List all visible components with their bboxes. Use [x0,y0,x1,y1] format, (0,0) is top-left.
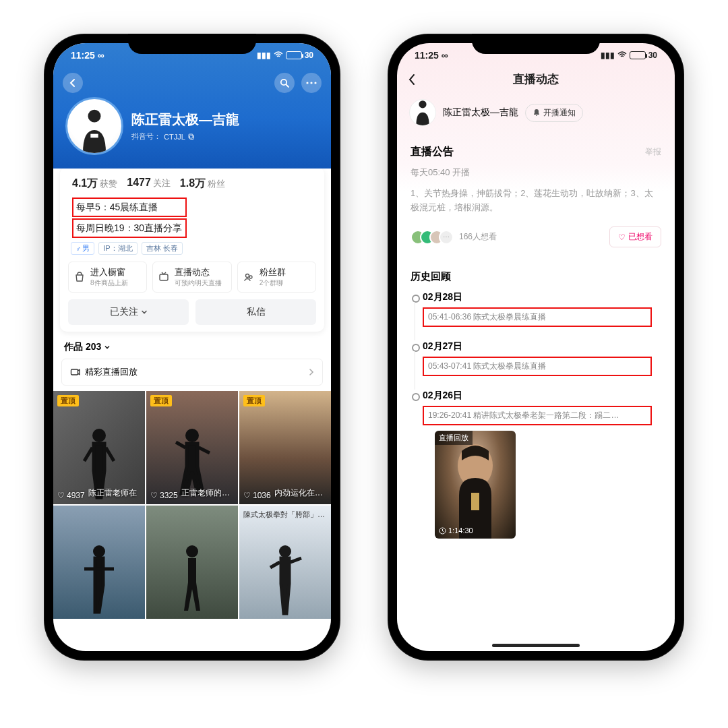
video-grid: 置顶 ♡4937 陈正雷老师在 置顶 ♡3325 正雷老师的综合 置顶 ♡103… [53,391,331,619]
dm-label: 私信 [247,306,266,318]
svg-point-10 [249,276,252,278]
video-caption: 陳式太极拳對「胯部」的要求 [239,510,331,522]
avatar[interactable] [65,97,123,155]
group-icon [242,270,255,284]
id-value: CTJJL [164,133,185,141]
tv-icon [157,270,171,284]
video-3[interactable]: 置顶 ♡1036 内劲运化在胸腰，折叠在脊 [239,391,331,504]
svg-rect-19 [471,493,479,510]
svg-point-15 [186,545,198,557]
live-title: 直播动态 [175,266,222,278]
replay-bar[interactable]: 精彩直播回放 [61,359,323,386]
live-status[interactable]: 直播动态可预约明天直播 [152,262,231,293]
video-5[interactable] [146,506,238,619]
entry-date: 02月26日 [423,390,661,402]
group-title: 粉丝群 [260,266,286,278]
stats-row[interactable]: 4.1万获赞 1477关注 1.8万粉丝 [68,175,316,192]
avatar[interactable] [409,99,436,126]
svg-point-4 [88,110,101,123]
search-button[interactable] [274,73,295,93]
replay-thumb[interactable]: 直播回放 1:14:30 [435,431,516,539]
screen-right: 11:25 ∞ ▮▮▮ 30 直播动态 陈正雷太极—吉龍 开播通知 [397,43,675,651]
nav-bar: 直播动态 [397,67,675,91]
history-entry[interactable]: 02月28日 05:41-06:36 陈式太极拳晨练直播 [411,291,661,327]
entry-date: 02月28日 [423,291,661,303]
video-6[interactable]: 陳式太极拳對「胯部」的要求 [239,506,331,619]
video-1[interactable]: 置顶 ♡4937 陈正雷老师在 [53,391,145,504]
chevron-right-icon [309,368,314,376]
more-button[interactable] [301,73,322,93]
live-sub: 可预约明天直播 [175,278,222,288]
profile-header: 11:25 ∞ ▮▮▮ 30 [53,43,331,169]
video-2[interactable]: 置顶 ♡3325 正雷老师的综合 [146,391,238,504]
svg-rect-8 [160,274,168,280]
notify-button[interactable]: 开播通知 [525,104,583,122]
seen-label: 已想看 [628,231,653,243]
seen-button[interactable]: ♡ 已想看 [609,226,661,247]
battery-icon [630,51,646,59]
video-caption: 正雷老师的综合 [177,487,238,502]
status-time: 11:25 [415,50,439,61]
viewer-avatars: ⋯ [411,230,454,245]
notice-body: 1、关节热身操，抻筋拔骨；2、莲花生动功，吐故纳新；3、太极混元桩，培根润源。 [411,187,661,215]
screen-left: 11:25 ∞ ▮▮▮ 30 [53,43,331,651]
profile-card: 4.1万获赞 1477关注 1.8万粉丝 每早5：45晨练直播 每周日晚19：3… [60,167,324,332]
dm-button[interactable]: 私信 [195,299,316,325]
bio: 每早5：45晨练直播 每周日晚19：30直播分享 [72,198,312,238]
svg-point-13 [185,429,199,442]
infinity-icon: ∞ [442,50,448,61]
video-4[interactable] [53,506,145,619]
action-row: 进入橱窗8件商品上新 直播动态可预约明天直播 粉丝群2个群聊 [68,262,316,293]
group-sub: 2个群聊 [260,278,286,288]
svg-point-3 [314,82,316,84]
back-button[interactable] [408,73,416,86]
author-row: 陈正雷太极—吉龍 开播通知 [409,99,663,126]
ip-tag: IP：湖北 [98,242,137,255]
notify-label: 开播通知 [543,107,576,119]
report-link[interactable]: 举报 [645,146,661,158]
copy-icon[interactable] [188,133,195,140]
svg-point-1 [306,82,308,84]
signal-icon: ▮▮▮ [601,51,615,60]
profile-name: 陈正雷太极—吉龍 [131,111,239,129]
author-name: 陈正雷太极—吉龍 [443,107,518,119]
phone-left: 11:25 ∞ ▮▮▮ 30 [44,34,340,661]
svg-point-16 [279,545,291,557]
fans-count: 1.8万 [180,177,206,189]
fan-group[interactable]: 粉丝群2个群聊 [237,262,316,293]
shop-title: 进入橱窗 [90,266,128,278]
notch [472,34,600,54]
pin-badge: 置顶 [57,395,79,406]
svg-point-2 [310,82,312,84]
svg-point-9 [245,274,249,278]
likes-label: 获赞 [100,179,117,189]
pin-badge: 置顶 [243,395,265,406]
bio-line-1: 每早5：45晨练直播 [72,198,187,217]
bell-icon [533,109,541,117]
entry-line: 05:41-06:36 陈式太极拳晨练直播 [423,307,652,327]
heart-icon: ♡ [618,233,626,242]
wifi-icon [617,51,627,59]
history-entry[interactable]: 02月26日 19:26-20:41 精讲陈式太极拳老架一路第二段：踢二… 直播… [411,390,661,539]
home-indicator[interactable] [148,644,236,647]
caret-down-icon [141,309,148,315]
infinity-icon: ∞ [98,50,104,61]
wifi-icon [274,51,283,59]
fans-label: 粉丝 [208,179,225,189]
followed-button[interactable]: 已关注 [68,299,189,325]
works-tab[interactable]: 作品 203 [64,341,320,353]
notch [128,34,256,54]
video-caption: 内劲运化在胸腰，折叠在脊 [270,487,331,502]
following-label: 关注 [153,178,171,188]
replay-label: 精彩直播回放 [85,366,138,378]
history-entry[interactable]: 02月27日 05:43-07:41 陈式太极拳晨练直播 [411,340,661,376]
shop-entry[interactable]: 进入橱窗8件商品上新 [68,262,147,293]
svg-rect-7 [189,134,193,138]
bag-icon [73,270,86,284]
entry-line: 05:43-07:41 陈式太极拳晨练直播 [423,357,652,376]
back-button[interactable] [63,73,83,93]
home-indicator[interactable] [492,644,580,647]
user-tags: ♂男 IP：湖北 吉林 长春 [71,242,313,255]
like-count: 1036 [253,491,271,500]
likes-count: 4.1万 [72,177,98,189]
